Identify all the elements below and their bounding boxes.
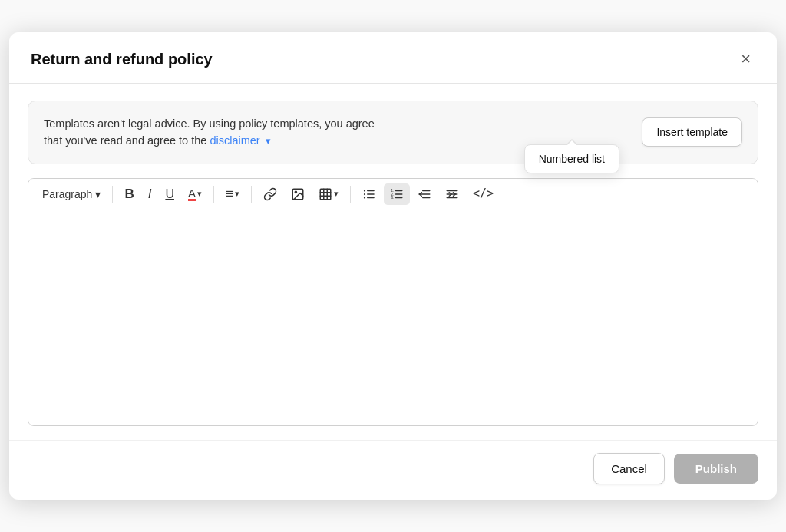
font-color-button[interactable]: A ▾ xyxy=(182,183,208,205)
banner-text-line2: that you've read and agree to the xyxy=(44,134,206,147)
bold-button[interactable]: B xyxy=(118,183,140,204)
disclaimer-link[interactable]: disclaimer xyxy=(210,134,259,147)
paragraph-format-label: Paragraph xyxy=(42,188,92,200)
disclaimer-chevron-icon[interactable]: ▾ xyxy=(266,135,271,147)
cancel-button[interactable]: Cancel xyxy=(593,453,665,484)
tooltip-label: Numbered list xyxy=(539,153,605,165)
table-button[interactable]: ▾ xyxy=(312,183,345,205)
modal-dialog: Return and refund policy × Templates are… xyxy=(9,32,777,500)
font-color-icon: A xyxy=(188,187,196,201)
svg-point-10 xyxy=(364,190,365,191)
numbered-list-button[interactable]: 1. 2. 3. xyxy=(384,183,410,205)
toolbar-divider-1 xyxy=(112,186,113,203)
table-chevron-icon: ▾ xyxy=(334,190,339,198)
link-button[interactable] xyxy=(257,183,283,205)
text-align-button[interactable]: ≡ ▾ xyxy=(220,183,246,204)
bold-icon: B xyxy=(124,187,134,200)
underline-icon: U xyxy=(165,188,174,200)
table-icon xyxy=(319,187,332,201)
indent-increase-button[interactable] xyxy=(439,183,465,205)
svg-point-1 xyxy=(295,191,296,193)
italic-icon: I xyxy=(148,187,152,200)
svg-point-12 xyxy=(364,197,365,198)
numbered-list-tooltip: Numbered list xyxy=(524,144,619,173)
font-color-chevron-icon: ▾ xyxy=(197,190,202,198)
toolbar-divider-3 xyxy=(251,186,252,203)
code-icon: </> xyxy=(473,188,494,200)
align-chevron-icon: ▾ xyxy=(235,190,239,198)
image-button[interactable] xyxy=(285,183,311,205)
paragraph-chevron-icon: ▾ xyxy=(95,188,101,200)
editor-content[interactable] xyxy=(28,210,758,425)
paragraph-format-selector[interactable]: Paragraph ▾ xyxy=(36,184,107,204)
template-banner: Templates aren't legal advice. By using … xyxy=(28,101,758,164)
align-icon: ≡ xyxy=(226,187,233,200)
close-button[interactable]: × xyxy=(736,49,755,69)
editor-toolbar: Paragraph ▾ B I U xyxy=(28,179,758,210)
modal-overlay: Return and refund policy × Templates are… xyxy=(0,0,786,532)
underline-button[interactable]: U xyxy=(159,184,180,204)
code-button[interactable]: </> xyxy=(467,184,500,203)
link-icon xyxy=(263,187,277,201)
svg-rect-2 xyxy=(320,189,331,200)
toolbar-divider-4 xyxy=(350,186,351,203)
modal-footer: Cancel Publish xyxy=(9,440,777,500)
toolbar-divider-2 xyxy=(213,186,214,203)
image-icon xyxy=(291,187,305,201)
indent-decrease-button[interactable] xyxy=(411,183,438,205)
indent-decrease-icon xyxy=(418,187,431,201)
publish-button[interactable]: Publish xyxy=(674,454,758,484)
svg-text:3.: 3. xyxy=(391,196,394,200)
banner-text-line1: Templates aren't legal advice. By using … xyxy=(44,117,375,130)
tooltip-content: Numbered list xyxy=(524,144,619,173)
modal-title: Return and refund policy xyxy=(31,51,213,68)
indent-increase-icon xyxy=(445,187,459,201)
bullet-list-icon xyxy=(362,187,376,201)
svg-point-11 xyxy=(364,193,365,195)
editor-container: Paragraph ▾ B I U xyxy=(28,178,758,426)
italic-button[interactable]: I xyxy=(142,183,158,204)
bullet-list-button[interactable] xyxy=(356,183,382,205)
modal-header: Return and refund policy × xyxy=(9,32,777,84)
numbered-list-icon: 1. 2. 3. xyxy=(390,187,404,201)
modal-body: Templates aren't legal advice. By using … xyxy=(9,84,777,440)
insert-template-button[interactable]: Insert template xyxy=(642,117,742,147)
